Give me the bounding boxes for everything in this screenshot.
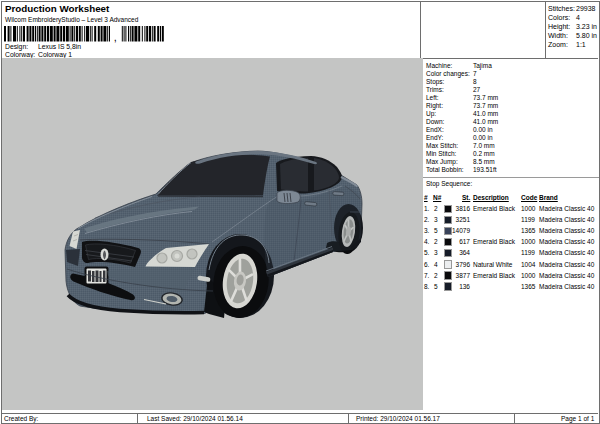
svg-text:,: , [114,31,117,43]
